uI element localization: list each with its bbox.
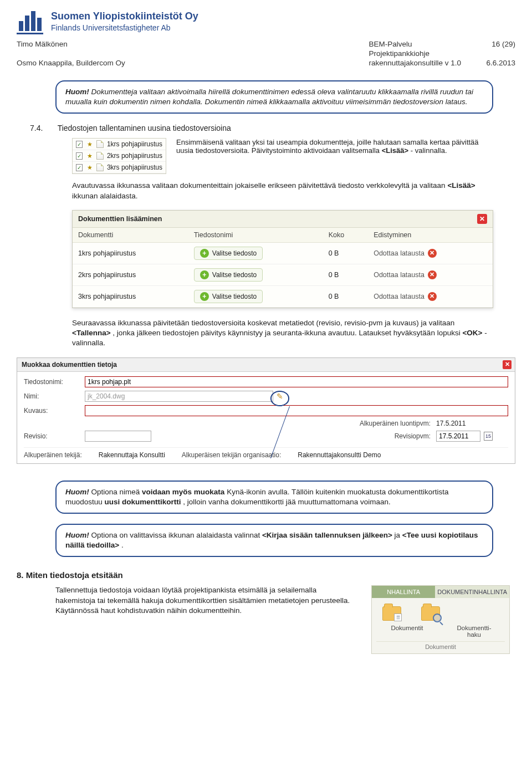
note-text: Optiona nimeä [91,488,142,496]
favorite-icon[interactable]: ★ [86,152,93,160]
para-text: - valinnalla. [411,146,447,155]
table-row: 2krs pohjapiirustus+Valitse tiedosto0 BO… [73,264,493,285]
favorite-icon[interactable]: ★ [86,163,93,171]
cell-docname: 2krs pohjapiirustus [73,264,188,285]
para-text: ikkunan alalaidasta. [72,192,138,200]
name-input [85,391,273,402]
label-origauthor: Alkuperäinen tekijä: [24,451,82,459]
cell-status: Odottaa latausta ✕ [374,270,437,279]
cancel-icon[interactable]: ✕ [428,270,437,279]
author-1: Timo Mälkönen [17,40,359,48]
cancel-icon[interactable]: ✕ [428,292,437,301]
cell-docname: 1krs pohjapiirustus [73,242,188,264]
label-desc: Kuvaus: [24,407,79,415]
note-heading: Huom! [65,488,89,496]
note-text: Optiona on valittavissa ikkunan alalaida… [91,531,262,539]
para-bold: <OK> [462,329,482,337]
note-bold: <Kirjaa sisään tallennuksen jälkeen> [262,531,392,539]
cell-status: Odottaa latausta ✕ [374,292,437,301]
plus-icon: + [200,270,209,279]
add-documents-dialog: Dokumenttien lisääminen ✕ Dokumentti Tie… [72,210,493,308]
doc-icon [96,152,104,160]
section-7-4-title: Tiedostojen tallentaminen uusina tiedost… [58,124,231,132]
revision-input[interactable] [85,431,151,442]
file-name[interactable]: 2krs pohjapiirustus [107,152,162,160]
note-heading: Huom! [65,531,89,539]
para-text: Avautuvassa ikkunassa valitaan dokumente… [72,181,447,190]
description-input[interactable] [85,405,508,416]
doc-icon [96,163,104,171]
para-bold: <Lisää> [382,146,408,155]
tab-inactive[interactable]: NHALLINTA [372,586,435,598]
choose-file-button[interactable]: +Valitse tiedosto [194,268,263,282]
section-8-heading: 8. Miten tiedostoja etsitään [17,570,515,580]
plus-icon: + [200,292,209,301]
favorite-icon[interactable]: ★ [86,140,93,148]
note-text: . [121,541,124,549]
note-bold: voidaan myös muokata [142,488,224,496]
cell-status: Odottaa latausta ✕ [374,249,437,258]
table-row: 1krs pohjapiirustus+Valitse tiedosto0 BO… [73,242,493,264]
origauthor-value: Rakennuttaja Konsultti [99,451,165,459]
logo-text: Suomen Yliopistokiinteistöt Oy Finlands … [51,10,198,33]
calendar-icon[interactable]: 15 [484,432,493,441]
page-number: 16 (29) [471,40,515,48]
table-row: 3krs pohjapiirustus+Valitse tiedosto0 BO… [73,285,493,307]
revdate-input[interactable] [436,431,480,442]
logo-line-1: Suomen Yliopistokiinteistöt Oy [51,10,198,23]
documents-button[interactable]: ☰ [380,604,404,623]
label-origdate: Alkuperäinen luontipvm: [347,420,431,427]
note-callout-2: Huom! Optiona nimeä voidaan myös muokata… [55,481,493,514]
filename-input[interactable] [85,376,508,387]
label-revdate: Revisiopvm: [347,432,431,440]
doc-icon [96,140,104,148]
magnifier-icon [433,614,442,622]
section-7-4-para-2: Avautuvassa ikkunassa valitaan dokumente… [72,181,493,201]
note-text: ja [395,531,402,539]
logo-block: Suomen Yliopistokiinteistöt Oy Finlands … [17,10,515,34]
doc-title-1: BEM-Palvelu [369,40,461,48]
edit-dialog-title: Muokkaa dokumenttien tietoja [22,361,117,369]
file-name[interactable]: 3krs pohjapiirustus [107,163,162,171]
file-checkbox-list: ✓ ★ 1krs pohjapiirustus ✓ ★ 2krs pohjapi… [72,138,166,174]
cancel-icon[interactable]: ✕ [428,249,437,258]
file-row-2[interactable]: ✓ ★ 2krs pohjapiirustus [73,150,166,162]
tree-icon: ☰ [394,614,402,621]
section-7-4-heading: 7.4. Tiedostojen tallentaminen uusina ti… [30,124,515,132]
checkbox-icon[interactable]: ✓ [76,152,83,160]
origorg-value: Rakennuttajakonsultti Demo [298,451,381,459]
file-name[interactable]: 1krs pohjapiirustus [107,140,162,148]
label-origorg: Alkuperäisen tekijän organisaatio: [182,451,281,459]
close-icon[interactable]: ✕ [503,360,511,369]
blank [471,49,515,58]
choose-file-button[interactable]: +Valitse tiedosto [194,290,263,303]
cell-size: 0 B [323,285,369,307]
logo-icon [17,10,43,34]
tab-active[interactable]: DOKUMENTINHALLINTA [435,586,509,598]
section-8-title: Miten tiedostoja etsitään [26,570,123,580]
note-text: Dokumentteja valitaan aktivoimalla hiire… [65,88,473,106]
section-7-4-num: 7.4. [30,124,55,132]
note-heading: Huom! [65,88,89,96]
file-row-3[interactable]: ✓ ★ 3krs pohjapiirustus [73,162,166,173]
para-text: Seuraavassa ikkunassa päivitetään tiedos… [72,319,454,327]
pencil-icon[interactable]: ✎ [273,392,287,401]
para-bold: <Tallenna> [72,329,111,337]
para-bold: <Lisää> [447,181,475,190]
edit-dialog-title-bar: Muokkaa dokumenttien tietoja ✕ [17,358,515,372]
note-bold: uusi dokumenttikortti [105,498,181,506]
checkbox-icon[interactable]: ✓ [76,164,83,171]
file-row-1[interactable]: ✓ ★ 1krs pohjapiirustus [73,139,166,150]
dialog-title-bar: Dokumenttien lisääminen ✕ [73,211,493,228]
documents-label: Dokumentit [376,625,438,638]
close-icon[interactable]: ✕ [477,214,487,224]
section-8-text: Tallennettuja tiedostoja voidaan löytää … [55,585,358,654]
checkbox-icon[interactable]: ✓ [76,141,83,148]
choose-file-button[interactable]: +Valitse tiedosto [194,247,263,260]
document-search-button[interactable] [418,604,443,623]
document-search-label: Dokumentti- haku [443,625,505,638]
label-filename: Tiedostonimi: [24,378,79,386]
section-7-4-para-1: Ensimmäisenä valitaan yksi tai useampia … [176,138,493,155]
col-size: Koko [323,228,369,243]
table-header: Dokumentti Tiedostonimi Koko Edistyminen [73,228,493,243]
